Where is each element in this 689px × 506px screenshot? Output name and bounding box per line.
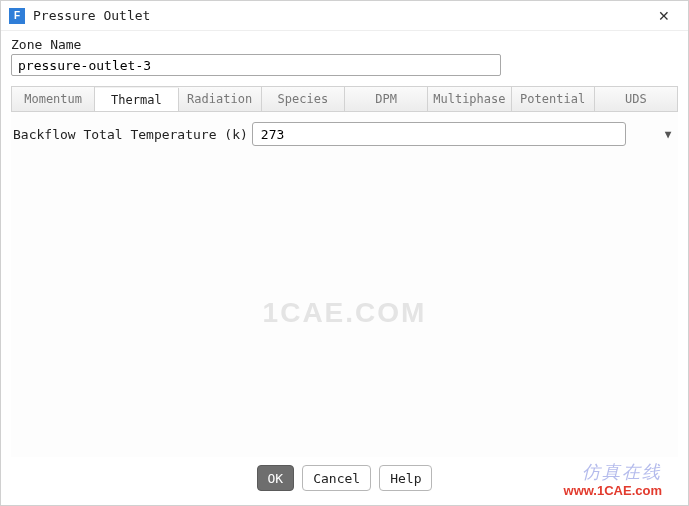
tab-species[interactable]: Species — [262, 87, 345, 111]
close-button[interactable]: ✕ — [646, 2, 682, 30]
content-area: Zone Name Momentum Thermal Radiation Spe… — [1, 31, 688, 505]
tab-bar: Momentum Thermal Radiation Species DPM M… — [11, 86, 678, 111]
dialog-footer: OK Cancel Help 仿真在线 www.1CAE.com — [11, 457, 678, 505]
tab-thermal[interactable]: Thermal — [95, 88, 178, 112]
titlebar: F Pressure Outlet ✕ — [1, 1, 688, 31]
tab-uds[interactable]: UDS — [595, 87, 677, 111]
watermark-corner: 仿真在线 www.1CAE.com — [564, 462, 662, 499]
pressure-outlet-dialog: F Pressure Outlet ✕ Zone Name Momentum T… — [0, 0, 689, 506]
chevron-down-icon: ▼ — [665, 128, 672, 141]
window-title: Pressure Outlet — [33, 8, 646, 23]
app-icon: F — [9, 8, 25, 24]
zone-name-label: Zone Name — [11, 37, 678, 52]
backflow-temperature-dropdown[interactable]: ▼ — [660, 126, 676, 142]
backflow-temperature-row: Backflow Total Temperature (k) ▼ — [11, 120, 678, 148]
backflow-temperature-label: Backflow Total Temperature (k) — [13, 127, 248, 142]
watermark-url: www.1CAE.com — [564, 483, 662, 499]
cancel-button[interactable]: Cancel — [302, 465, 371, 491]
zone-name-input[interactable] — [11, 54, 501, 76]
watermark-center: 1CAE.COM — [11, 297, 678, 329]
tab-potential[interactable]: Potential — [512, 87, 595, 111]
tab-momentum[interactable]: Momentum — [12, 87, 95, 111]
tab-dpm[interactable]: DPM — [345, 87, 428, 111]
backflow-temperature-input[interactable] — [252, 122, 626, 146]
tab-multiphase[interactable]: Multiphase — [428, 87, 511, 111]
help-button[interactable]: Help — [379, 465, 432, 491]
watermark-cn: 仿真在线 — [564, 462, 662, 484]
thermal-panel: Backflow Total Temperature (k) ▼ 1CAE.CO… — [11, 111, 678, 457]
tab-radiation[interactable]: Radiation — [179, 87, 262, 111]
ok-button[interactable]: OK — [257, 465, 295, 491]
